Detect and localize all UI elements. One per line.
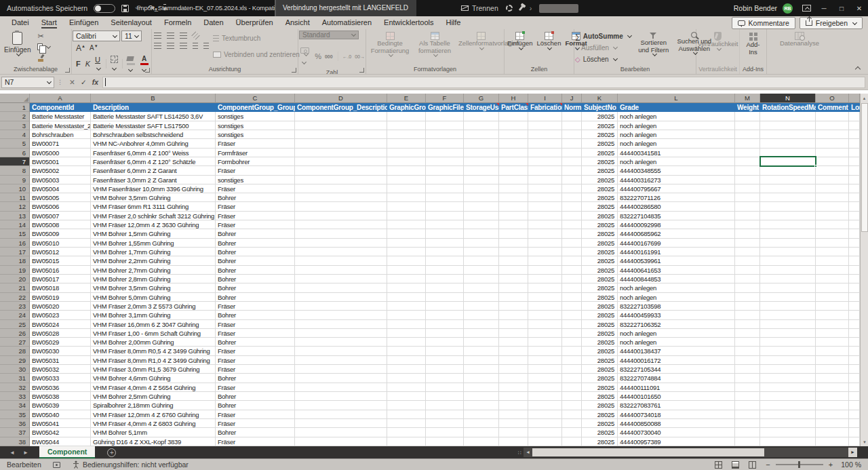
col-header-partial[interactable]: [849, 94, 860, 103]
cell-P9[interactable]: [849, 176, 860, 184]
cell-F26[interactable]: [426, 329, 464, 338]
cell-C5[interactable]: Fräser: [216, 139, 295, 148]
cell-H16[interactable]: [499, 239, 528, 248]
cell-K12[interactable]: 28025: [582, 202, 618, 211]
cell-L29[interactable]: 444400016172: [618, 356, 735, 365]
pin-icon[interactable]: [519, 5, 524, 11]
cell-D13[interactable]: [295, 212, 387, 220]
cell-M10[interactable]: [735, 184, 760, 193]
cell-G11[interactable]: [464, 193, 499, 202]
cell-G7[interactable]: [464, 157, 499, 166]
cell-A25[interactable]: BW05024: [30, 320, 91, 329]
cell-M8[interactable]: [735, 166, 760, 175]
row-header-21[interactable]: 21: [0, 283, 30, 292]
cell-K33[interactable]: 28025: [582, 392, 618, 401]
col-header-G[interactable]: G: [464, 94, 499, 103]
cell-L32[interactable]: 444400111091: [618, 383, 735, 392]
cell-K28[interactable]: 28025: [582, 347, 618, 355]
cell-I1[interactable]: Fabrication: [528, 103, 562, 112]
cell-O16[interactable]: [816, 239, 849, 248]
cell-F30[interactable]: [426, 365, 464, 374]
cell-A20[interactable]: BW05017: [30, 275, 91, 283]
cell-P12[interactable]: [849, 202, 860, 211]
cell-I10[interactable]: [528, 184, 562, 193]
cell-O15[interactable]: [816, 229, 849, 238]
cell-N5[interactable]: [760, 139, 816, 148]
cell-P7[interactable]: [849, 157, 860, 166]
cell-K1[interactable]: SubjectNo: [582, 103, 618, 112]
cell-O20[interactable]: [816, 275, 849, 283]
cell-G24[interactable]: [464, 311, 499, 319]
cell-B38[interactable]: Gühring D16 4 Z XXL-Kopf 3839: [91, 437, 216, 446]
cell-E10[interactable]: [387, 184, 426, 193]
cell-B5[interactable]: VHM NC-Anbohrer 4,0mm Gühring: [91, 139, 216, 148]
cell-J2[interactable]: [562, 112, 582, 121]
cell-D7[interactable]: [295, 157, 387, 166]
cell-E32[interactable]: [387, 383, 426, 392]
cell-C6[interactable]: Formfräser: [216, 149, 295, 157]
cell-F7[interactable]: [426, 157, 464, 166]
cell-B11[interactable]: VHM Bohrer 3,5mm Gühring: [91, 193, 216, 202]
cell-O29[interactable]: [816, 356, 849, 365]
tab-hilfe[interactable]: Hilfe: [439, 17, 467, 28]
cell-I12[interactable]: [528, 202, 562, 211]
cell-B32[interactable]: VHM Fräser 4,0mm 4 Z 5654 Gühring: [91, 383, 216, 392]
cell-B22[interactable]: VHM Bohrer 5,0mm Gühring: [91, 293, 216, 302]
cell-M12[interactable]: [735, 202, 760, 211]
cell-L28[interactable]: 444400138437: [618, 347, 735, 355]
cell-O35[interactable]: [816, 410, 849, 419]
cell-F32[interactable]: [426, 383, 464, 392]
cell-O3[interactable]: [816, 121, 849, 130]
cell-A7[interactable]: BW05001: [30, 157, 91, 166]
orientation-icon[interactable]: [191, 31, 200, 40]
zoom-out-icon[interactable]: −: [766, 461, 770, 469]
cell-J38[interactable]: [562, 437, 582, 446]
cell-K26[interactable]: 28025: [582, 329, 618, 338]
cell-K10[interactable]: 28025: [582, 184, 618, 193]
cell-J5[interactable]: [562, 139, 582, 148]
row-header-37[interactable]: 37: [0, 428, 30, 437]
cell-G31[interactable]: [464, 374, 499, 383]
format-as-table-button[interactable]: Als Tabelle formatieren: [413, 31, 456, 58]
cell-L27[interactable]: noch anlegen: [618, 338, 735, 347]
cell-J14[interactable]: [562, 220, 582, 229]
cell-N17[interactable]: [760, 248, 816, 256]
cell-A9[interactable]: BW05003: [30, 176, 91, 184]
cell-K14[interactable]: 28025: [582, 220, 618, 229]
cell-J30[interactable]: [562, 365, 582, 374]
cell-E25[interactable]: [387, 320, 426, 329]
cell-G2[interactable]: [464, 112, 499, 121]
cell-O14[interactable]: [816, 220, 849, 229]
accessibility-status[interactable]: Bedienungshilfen: nicht verfügbar: [83, 461, 189, 469]
cell-A24[interactable]: BW05023: [30, 311, 91, 319]
row-header-27[interactable]: 27: [0, 338, 30, 347]
row-header-34[interactable]: 34: [0, 401, 30, 410]
cell-C10[interactable]: Fräser: [216, 184, 295, 193]
cell-N20[interactable]: [760, 275, 816, 283]
cell-I35[interactable]: [528, 410, 562, 419]
cell-N23[interactable]: [760, 302, 816, 311]
cell-L26[interactable]: noch anlegen: [618, 329, 735, 338]
cell-L7[interactable]: noch anlegen: [618, 157, 735, 166]
cell-A21[interactable]: BW05018: [30, 283, 91, 292]
cell-I23[interactable]: [528, 302, 562, 311]
grow-font-button[interactable]: A▲: [74, 43, 87, 53]
cell-B12[interactable]: VHM Fräser 6mm R1 3111 Gühring: [91, 202, 216, 211]
cell-G25[interactable]: [464, 320, 499, 329]
cell-C18[interactable]: Bohrer: [216, 256, 295, 265]
cell-L19[interactable]: 444400641653: [618, 266, 735, 275]
cell-I9[interactable]: [528, 176, 562, 184]
cell-P26[interactable]: [849, 329, 860, 338]
cell-H31[interactable]: [499, 374, 528, 383]
cell-F25[interactable]: [426, 320, 464, 329]
cell-F10[interactable]: [426, 184, 464, 193]
cell-C23[interactable]: Fräser: [216, 302, 295, 311]
cell-C4[interactable]: sonstiges: [216, 130, 295, 139]
cell-A19[interactable]: BW05016: [30, 266, 91, 275]
col-header-H[interactable]: H: [499, 94, 528, 103]
cell-J23[interactable]: [562, 302, 582, 311]
autosum-button[interactable]: ∑AutoSumme: [575, 31, 631, 42]
conditional-formatting-button[interactable]: Bedingte Formatierung: [367, 31, 413, 58]
cell-F22[interactable]: [426, 293, 464, 302]
paste-button[interactable]: Einfügen: [1, 31, 34, 57]
